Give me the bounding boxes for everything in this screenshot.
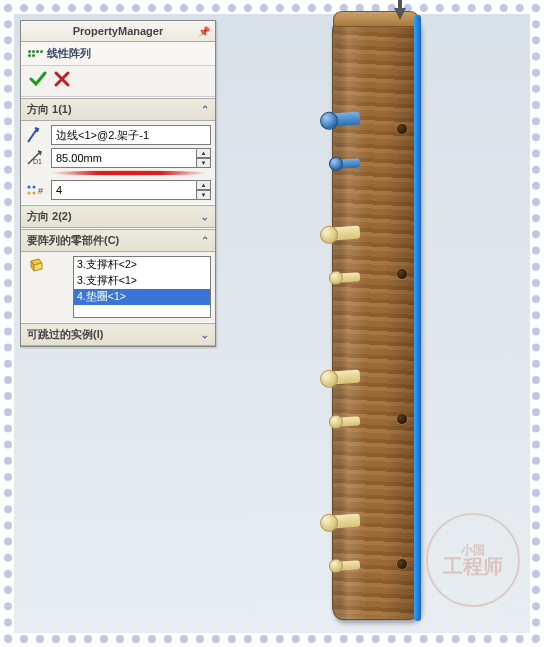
spacing-down[interactable]: ▼ bbox=[197, 158, 211, 168]
direction1-body: 边线<1>@2.架子-1 D1 85.00mm ▲▼ # bbox=[21, 121, 215, 204]
spacing-up[interactable]: ▲ bbox=[197, 148, 211, 158]
spacing-spinner[interactable]: 85.00mm ▲▼ bbox=[51, 148, 211, 168]
confirm-bar bbox=[21, 66, 215, 97]
direction-arrow-icon[interactable] bbox=[394, 8, 406, 20]
instances-icon: # bbox=[25, 181, 47, 199]
linear-pattern-icon bbox=[27, 48, 43, 60]
expand-icon: ⌃ bbox=[201, 211, 209, 222]
peg-tan[interactable] bbox=[326, 370, 361, 385]
peg-tan[interactable] bbox=[326, 514, 361, 529]
peg-blue[interactable] bbox=[334, 158, 361, 169]
peg-tan[interactable] bbox=[334, 272, 361, 283]
instances-up[interactable]: ▲ bbox=[197, 180, 211, 190]
direction1-header[interactable]: 方向 1(1) ⌃ bbox=[21, 98, 215, 121]
components-header[interactable]: 要阵列的零部件(C) ⌃ bbox=[21, 229, 215, 252]
hole bbox=[397, 269, 407, 279]
pm-title-bar: PropertyManager 📌 bbox=[21, 21, 215, 42]
list-item[interactable]: 3.支撑杆<2> bbox=[74, 257, 210, 273]
property-manager-panel: PropertyManager 📌 线性阵列 方向 1(1) ⌃ 边线<1>@2… bbox=[20, 20, 216, 347]
spacing-icon: D1 bbox=[25, 149, 47, 167]
direction2-header[interactable]: 方向 2(2) ⌃ bbox=[21, 205, 215, 228]
list-item[interactable]: 4.垫圈<1> bbox=[74, 289, 210, 305]
collapse-icon: ⌃ bbox=[201, 235, 209, 246]
reverse-direction-icon[interactable] bbox=[25, 126, 47, 144]
hole bbox=[397, 124, 407, 134]
feature-title: 线性阵列 bbox=[47, 46, 91, 61]
svg-point-2 bbox=[28, 192, 31, 195]
direction2-section: 方向 2(2) ⌃ bbox=[21, 204, 215, 228]
annotation-underline bbox=[51, 171, 207, 176]
plank-top-face bbox=[333, 11, 419, 27]
direction1-edge-value: 边线<1>@2.架子-1 bbox=[56, 128, 149, 143]
feature-header: 线性阵列 bbox=[21, 42, 215, 66]
peg-tan[interactable] bbox=[334, 416, 361, 427]
component-icon bbox=[25, 256, 47, 274]
direction1-title: 方向 1(1) bbox=[27, 102, 72, 117]
peg-blue[interactable] bbox=[326, 112, 361, 127]
components-title: 要阵列的零部件(C) bbox=[27, 233, 119, 248]
spacing-value[interactable]: 85.00mm bbox=[51, 148, 197, 168]
peg-tan[interactable] bbox=[334, 560, 361, 571]
collapse-icon: ⌃ bbox=[201, 104, 209, 115]
svg-text:D1: D1 bbox=[33, 158, 42, 165]
watermark-big: 工程师 bbox=[443, 556, 503, 576]
skip-header[interactable]: 可跳过的实例(I) ⌃ bbox=[21, 323, 215, 346]
instances-spinner[interactable]: 4 ▲▼ bbox=[51, 180, 211, 200]
direction2-title: 方向 2(2) bbox=[27, 209, 72, 224]
pm-title-text: PropertyManager bbox=[73, 25, 163, 37]
components-list[interactable]: 3.支撑杆<2> 3.支撑杆<1> 4.垫圈<1> bbox=[73, 256, 211, 318]
instances-down[interactable]: ▼ bbox=[197, 190, 211, 200]
svg-point-3 bbox=[33, 186, 36, 189]
model-plank[interactable] bbox=[332, 18, 420, 620]
components-section: 要阵列的零部件(C) ⌃ 3.支撑杆<2> 3.支撑杆<1> 4.垫圈<1> bbox=[21, 228, 215, 322]
skip-title: 可跳过的实例(I) bbox=[27, 327, 103, 342]
ok-button[interactable] bbox=[29, 70, 47, 90]
skip-section: 可跳过的实例(I) ⌃ bbox=[21, 322, 215, 346]
svg-point-4 bbox=[33, 192, 36, 195]
pin-icon[interactable]: 📌 bbox=[197, 24, 211, 38]
direction1-instances-row: # 4 ▲▼ bbox=[25, 180, 211, 200]
svg-point-1 bbox=[28, 186, 31, 189]
direction1-section: 方向 1(1) ⌃ 边线<1>@2.架子-1 D1 85.00mm ▲▼ bbox=[21, 97, 215, 204]
instances-value[interactable]: 4 bbox=[51, 180, 197, 200]
cancel-button[interactable] bbox=[53, 70, 71, 90]
expand-icon: ⌃ bbox=[201, 329, 209, 340]
hole bbox=[397, 559, 407, 569]
components-body: 3.支撑杆<2> 3.支撑杆<1> 4.垫圈<1> bbox=[21, 252, 215, 322]
watermark: 小国 工程师 bbox=[426, 513, 520, 607]
svg-text:#: # bbox=[38, 186, 43, 196]
list-item[interactable]: 3.支撑杆<1> bbox=[74, 273, 210, 289]
direction1-edge-row: 边线<1>@2.架子-1 bbox=[25, 125, 211, 145]
direction1-edge-field[interactable]: 边线<1>@2.架子-1 bbox=[51, 125, 211, 145]
hole bbox=[397, 414, 407, 424]
direction1-spacing-row: D1 85.00mm ▲▼ bbox=[25, 148, 211, 168]
selected-edge[interactable] bbox=[414, 15, 421, 621]
peg-tan[interactable] bbox=[326, 226, 361, 241]
